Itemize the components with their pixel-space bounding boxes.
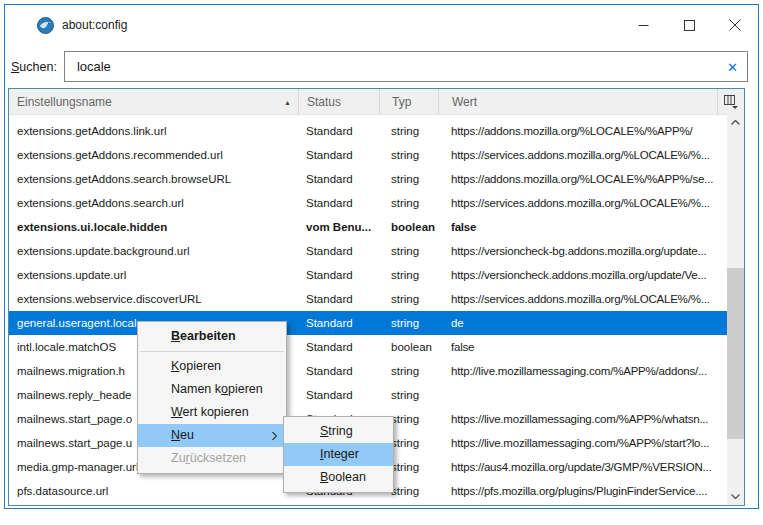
column-header-type[interactable]: Typ bbox=[379, 89, 438, 114]
search-input[interactable] bbox=[64, 51, 748, 82]
table-row-selected[interactable]: general.useragent.localeStandardstringde bbox=[9, 311, 727, 335]
menu-separator bbox=[140, 351, 284, 352]
search-label: Suchen: bbox=[11, 60, 57, 74]
context-menu: Bearbeiten Kopieren Namen kopieren Wert … bbox=[137, 321, 287, 474]
table-row[interactable]: intl.locale.matchOSStandardbooleanfalse bbox=[9, 335, 727, 359]
submenu-arrow-icon bbox=[272, 431, 277, 440]
table-row[interactable]: extensions.getAddons.search.urlStandards… bbox=[9, 191, 727, 215]
scrollbar-thumb[interactable] bbox=[727, 268, 744, 439]
column-picker-icon bbox=[724, 95, 739, 109]
scroll-up-button[interactable] bbox=[727, 114, 744, 131]
window-controls bbox=[620, 5, 758, 45]
submenu-item-integer[interactable]: Integer bbox=[284, 443, 393, 466]
chevron-down-icon bbox=[731, 494, 740, 499]
maximize-icon bbox=[684, 20, 695, 31]
table-row[interactable]: extensions.update.background.urlStandard… bbox=[9, 239, 727, 263]
app-icon bbox=[37, 17, 54, 34]
maximize-button[interactable] bbox=[666, 5, 712, 45]
chevron-up-icon bbox=[731, 120, 740, 125]
sort-ascending-icon: ▲ bbox=[284, 98, 291, 105]
close-icon bbox=[729, 19, 741, 31]
table-row[interactable]: mailnews.migration.hStandardstringhttp:/… bbox=[9, 359, 727, 383]
minimize-button[interactable] bbox=[620, 5, 666, 45]
submenu-item-boolean[interactable]: Boolean bbox=[284, 466, 393, 489]
table-row[interactable]: mailnews.reply_headeStandardstring bbox=[9, 383, 727, 407]
submenu-item-string[interactable]: String bbox=[284, 420, 393, 443]
table-row-modified[interactable]: extensions.ui.locale.hiddenvom Benu...bo… bbox=[9, 215, 727, 239]
vertical-scrollbar bbox=[727, 114, 744, 505]
clear-search-icon[interactable]: ✕ bbox=[727, 60, 738, 73]
minimize-icon bbox=[638, 20, 649, 31]
column-header-value[interactable]: Wert bbox=[438, 89, 717, 114]
table-header: Einstellungsname ▲ Status Typ Wert bbox=[9, 89, 744, 114]
close-button[interactable] bbox=[712, 5, 758, 45]
table-row[interactable]: extensions.webservice.discoverURLStandar… bbox=[9, 287, 727, 311]
column-header-name[interactable]: Einstellungsname ▲ bbox=[9, 89, 298, 114]
table-row[interactable]: extensions.getAddons.recommended.urlStan… bbox=[9, 143, 727, 167]
menu-item-wert-kopieren[interactable]: Wert kopieren bbox=[138, 401, 286, 424]
table-row[interactable]: extensions.getAddons.search.browseURLSta… bbox=[9, 167, 727, 191]
column-picker-button[interactable] bbox=[717, 89, 744, 114]
search-bar: Suchen: ✕ bbox=[5, 45, 758, 88]
table-row[interactable]: extensions.update.urlStandardstringhttps… bbox=[9, 263, 727, 287]
column-header-status[interactable]: Status bbox=[298, 89, 379, 114]
menu-item-neu[interactable]: Neu bbox=[138, 424, 286, 447]
menu-item-zuruecksetzen: Zurücksetzen bbox=[138, 447, 286, 470]
menu-item-kopieren[interactable]: Kopieren bbox=[138, 355, 286, 378]
window-title: about:config bbox=[62, 18, 127, 32]
scroll-down-button[interactable] bbox=[727, 488, 744, 505]
neu-submenu: String Integer Boolean bbox=[283, 416, 394, 493]
menu-item-bearbeiten[interactable]: Bearbeiten bbox=[138, 325, 286, 348]
search-box: ✕ bbox=[64, 51, 748, 82]
table-row[interactable]: extensions.getAddons.link.urlStandardstr… bbox=[9, 119, 727, 143]
titlebar: about:config bbox=[5, 5, 758, 45]
menu-item-namen-kopieren[interactable]: Namen kopieren bbox=[138, 378, 286, 401]
